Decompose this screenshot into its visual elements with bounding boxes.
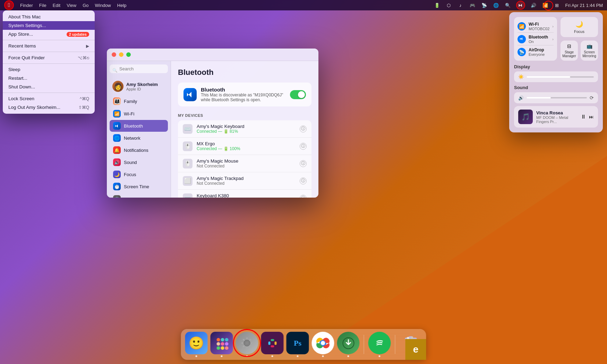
sidebar-item-focus[interactable]: 🌙 Focus <box>110 168 168 180</box>
finder-dot <box>196 355 197 357</box>
dock-separator <box>364 335 364 354</box>
lock-screen-item[interactable]: Lock Screen ^⌘Q <box>3 94 95 103</box>
k380-info-button[interactable]: ⓘ <box>300 195 307 198</box>
sidebar-user-profile[interactable]: 👩 Amy Skorheim Apple ID <box>110 79 168 94</box>
transloader-icon <box>337 332 360 354</box>
sidebar-item-bluetooth[interactable]: Bluetooth <box>110 120 168 132</box>
trackpad-status: Not Connected <box>197 181 296 186</box>
dock-transloader[interactable] <box>337 332 360 357</box>
lock-shortcut: ^⌘Q <box>80 96 89 101</box>
logout-item[interactable]: Log Out Amy Skorheim... ⇧⌘Q <box>3 103 95 112</box>
menubar-go[interactable]: Go <box>83 3 88 8</box>
recent-items[interactable]: Recent Items ▶ <box>3 42 95 50</box>
menubar-file[interactable]: File <box>39 3 46 8</box>
sidebar-item-network[interactable]: 🌐 Network <box>110 132 168 144</box>
dock-launchpad[interactable] <box>211 332 233 357</box>
battery-icon[interactable]: 🔋 <box>434 2 441 9</box>
launchpad-icon <box>211 332 233 354</box>
mx-ergo-info-button[interactable]: ⓘ <box>300 143 307 150</box>
cc-airdrop-icon: 📡 <box>518 48 526 56</box>
bluetooth-toggle-label: Bluetooth <box>201 87 286 93</box>
app-store-item[interactable]: App Store... 2 updates <box>3 30 95 38</box>
mouse-info-button[interactable]: ⓘ <box>300 160 307 167</box>
menubar-finder[interactable]: Finder <box>20 3 33 8</box>
cc-volume-icon: 🔊 <box>518 95 524 101</box>
system-settings-item[interactable]: System Settings... <box>3 21 95 30</box>
cc-wifi-info: Wi-Fi MOTOBC02 <box>529 22 549 31</box>
menubar-clock[interactable]: Fri Apr 21 1:44 PM <box>565 3 603 8</box>
dock-system-prefs[interactable] <box>236 332 258 357</box>
dock-finder[interactable]: 🙂 <box>185 332 208 357</box>
search-menubar-icon[interactable]: 🔍 <box>504 2 511 9</box>
bluetooth-toggle-switch[interactable] <box>290 90 306 99</box>
cc-display-slider[interactable]: ☀️ <box>514 71 598 82</box>
spotify-icon <box>368 332 391 354</box>
dock-slack[interactable] <box>261 332 284 357</box>
music-icon[interactable]: ♪ <box>457 2 464 9</box>
svg-point-7 <box>221 346 224 350</box>
svg-point-8 <box>225 346 228 350</box>
menubar-help[interactable]: Help <box>117 3 127 8</box>
trackpad-info-button[interactable]: ⓘ <box>300 177 307 184</box>
menubar-window[interactable]: Window <box>95 3 111 8</box>
menubar-view[interactable]: View <box>67 3 76 8</box>
dock-spotify[interactable] <box>368 332 391 357</box>
svg-rect-13 <box>250 343 253 344</box>
menu-divider-1 <box>3 40 95 40</box>
window-maximize-button[interactable] <box>126 52 131 57</box>
sidebar-item-screentime[interactable]: ⏱️ Screen Time <box>110 181 168 192</box>
my-devices-heading: My Devices <box>178 113 311 118</box>
photoshop-icon: Ps <box>287 332 309 354</box>
cc-stage-manager-button[interactable]: ⊟ Stage Manager <box>561 41 578 61</box>
svg-point-0 <box>216 338 220 341</box>
sleep-item[interactable]: Sleep <box>3 65 95 74</box>
gamepad-icon[interactable]: 🎮 <box>469 2 476 9</box>
menubar-edit[interactable]: Edit <box>53 3 60 8</box>
sidebar-item-wifi[interactable]: 📶 Wi-Fi <box>110 108 168 120</box>
keyboard-info-button[interactable]: ⓘ <box>300 125 307 132</box>
sidebar-item-general[interactable]: ⚙️ General <box>110 193 168 198</box>
cc-wifi-row: 📶 Wi-Fi MOTOBC02 › <box>518 20 554 33</box>
wifi-menubar-icon[interactable]: 📶 <box>542 2 549 9</box>
browser-icon[interactable]: 🌐 <box>493 2 499 9</box>
network-label: Network <box>124 136 140 141</box>
finder-icon: 🙂 <box>185 332 208 354</box>
svg-point-6 <box>216 346 220 350</box>
restart-item[interactable]: Restart... <box>3 74 95 83</box>
sidebar-item-notifications[interactable]: 🔔 Notifications <box>110 144 168 156</box>
logout-shortcut: ⇧⌘Q <box>78 105 89 110</box>
mouse-device-icon: 🖱️ <box>183 159 193 168</box>
pause-button[interactable]: ⏸ <box>581 114 586 120</box>
sidebar-item-family[interactable]: 👨‍👩‍👧 Family <box>110 95 168 107</box>
mx-ergo-info: MX Ergo Connected — 🔋 100% <box>197 141 296 151</box>
trackpad-device-icon: ⬜ <box>183 176 193 186</box>
cc-volume-options[interactable]: ⟳ <box>590 95 594 101</box>
cc-network-tile[interactable]: 📶 Wi-Fi MOTOBC02 › Bluetooth On › <box>514 17 557 61</box>
force-quit[interactable]: Force Quit Finder ⌥⌘⎋ <box>3 53 95 62</box>
cast-icon[interactable]: 📡 <box>481 2 488 9</box>
about-this-mac[interactable]: About This Mac <box>3 12 95 21</box>
sidebar-general-section: ⚙️ General 🎨 Appearance ♿ Accessibility <box>110 193 168 198</box>
svg-point-26 <box>321 341 325 345</box>
device-magic-trackpad: ⬜ Amy's Magic Trackpad Not Connected ⓘ <box>178 172 311 190</box>
sidebar-search-input[interactable] <box>110 64 168 73</box>
dock-mystery-app[interactable]: e <box>405 339 426 360</box>
cc-screen-mirror-button[interactable]: 📺 Screen Mirroring <box>581 41 598 61</box>
bluetooth-menubar-icon[interactable] <box>516 1 525 10</box>
cc-sound-slider[interactable]: 🔊 ⟳ <box>514 92 598 103</box>
photos-icon[interactable]: ⬡ <box>445 2 452 9</box>
sound-menubar-icon[interactable]: 🔊 <box>530 2 537 9</box>
controlcenter-icon[interactable]: ⊞ <box>554 2 561 9</box>
window-minimize-button[interactable] <box>119 52 123 57</box>
window-close-button[interactable] <box>112 52 116 57</box>
dock-chrome[interactable] <box>312 332 334 357</box>
cc-focus-button[interactable]: 🌙 Focus <box>561 17 598 37</box>
sidebar-item-sound[interactable]: 🔊 Sound <box>110 156 168 168</box>
apple-menu-button[interactable]:  <box>4 0 14 10</box>
shutdown-item[interactable]: Shut Down... <box>3 83 95 91</box>
now-playing-section: 🎵 Vinca Rosea MF DOOM – Metal Fingers Pr… <box>514 106 598 128</box>
menu-divider-4 <box>3 93 95 93</box>
dock-photoshop[interactable]: Ps <box>287 332 309 357</box>
cc-bluetooth-subtitle: On <box>529 40 548 44</box>
skip-forward-button[interactable]: ⏭ <box>589 114 594 120</box>
